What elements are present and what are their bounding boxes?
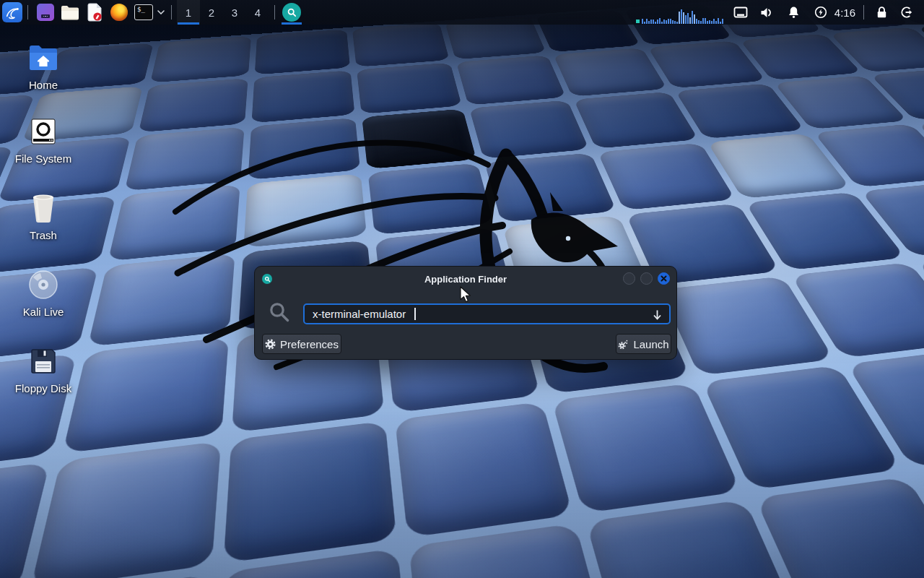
launcher-dashboard[interactable]: [35, 0, 56, 25]
launch-button[interactable]: Launch: [616, 334, 671, 354]
volume-icon[interactable]: [759, 0, 775, 25]
text-editor-icon: [86, 3, 103, 22]
desktop-icon-file-system[interactable]: File System: [9, 114, 78, 165]
system-monitor-graph: [636, 0, 725, 25]
trash-can-icon: [29, 191, 58, 225]
desktop-icon-label: Floppy Disk: [15, 382, 71, 394]
text-caret: [414, 308, 416, 320]
launch-label: Launch: [633, 338, 668, 350]
application-finder-window: Application Finder x-terminal-emulator: [254, 266, 677, 360]
workspace-1[interactable]: 1: [177, 0, 200, 25]
file-manager-icon: [61, 4, 79, 20]
panel-separator: [171, 5, 172, 20]
minimize-button[interactable]: [623, 272, 635, 285]
workspace-2[interactable]: 2: [200, 0, 223, 25]
mouse-cursor: [460, 286, 474, 303]
dashboard-icon: [37, 4, 54, 21]
close-button[interactable]: [658, 272, 670, 285]
desktop-icon-label: Home: [29, 79, 58, 91]
panel-separator: [27, 5, 28, 20]
search-icon: [268, 301, 291, 327]
application-finder-icon: [282, 3, 301, 22]
dropdown-arrow-icon[interactable]: [652, 309, 663, 324]
launcher-terminal[interactable]: $_: [133, 0, 154, 25]
desktop-icon-home[interactable]: Home: [9, 40, 78, 91]
launcher-firefox[interactable]: [108, 0, 130, 25]
lock-icon[interactable]: [873, 0, 889, 25]
search-input-value: x-terminal-emulator: [313, 308, 406, 320]
workspace-3[interactable]: 3: [223, 0, 246, 25]
gear-icon: [265, 339, 276, 350]
notifications-icon[interactable]: [786, 0, 802, 25]
launcher-file-manager[interactable]: [59, 0, 81, 25]
launch-gear-icon: [618, 339, 629, 350]
clock[interactable]: 4:16: [834, 7, 855, 19]
workspace-4[interactable]: 4: [246, 0, 269, 25]
maximize-button[interactable]: [640, 272, 653, 285]
search-input[interactable]: x-terminal-emulator: [303, 303, 671, 324]
monitor-legend-swatch: [636, 20, 640, 23]
terminal-icon: $_: [134, 4, 153, 20]
system-tray: [733, 0, 829, 25]
kali-desktop: Home File System Trash: [0, 0, 924, 578]
panel-separator: [863, 5, 864, 20]
logout-icon[interactable]: [898, 0, 914, 25]
preferences-button[interactable]: Preferences: [262, 334, 341, 354]
launcher-dropdown-button[interactable]: [156, 0, 166, 25]
desktop-icon-floppy-disk[interactable]: Floppy Disk: [9, 344, 78, 394]
launcher-text-editor[interactable]: [84, 0, 105, 25]
kali-menu-icon: [4, 4, 20, 20]
panel-separator: [274, 5, 275, 20]
close-icon: [661, 275, 667, 282]
preferences-label: Preferences: [280, 338, 339, 350]
desktop-icon-label: File System: [15, 152, 71, 165]
desktop-icon-trash[interactable]: Trash: [9, 191, 78, 241]
taskbar-application-finder[interactable]: [280, 0, 303, 25]
optical-disc-icon: [27, 267, 59, 302]
desktop-icon-label: Kali Live: [23, 306, 64, 318]
floppy-disk-icon: [29, 344, 58, 379]
power-icon[interactable]: [813, 0, 829, 25]
kali-dragon-silhouette: [165, 56, 670, 421]
desktop-icon-kali-live[interactable]: Kali Live: [9, 267, 78, 318]
home-folder-icon: [27, 40, 60, 75]
top-panel: $_ 1 2 3 4: [0, 0, 924, 25]
hard-drive-icon: [29, 114, 58, 149]
applications-menu-button[interactable]: [2, 2, 22, 22]
desktop-icon-label: Trash: [30, 229, 57, 241]
firefox-icon: [110, 4, 128, 21]
chevron-down-icon: [157, 10, 165, 14]
network-icon[interactable]: [733, 0, 749, 25]
